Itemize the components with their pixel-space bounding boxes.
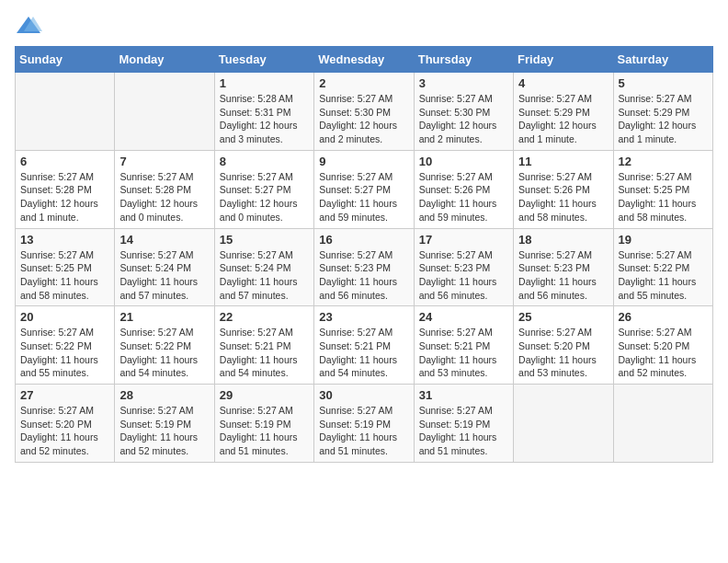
weekday-header-saturday: Saturday	[613, 47, 712, 73]
day-detail: Sunrise: 5:27 AMSunset: 5:19 PMDaylight:…	[220, 404, 309, 458]
day-detail: Sunrise: 5:27 AMSunset: 5:27 PMDaylight:…	[220, 170, 309, 224]
day-number: 28	[119, 388, 209, 402]
calendar-week-2: 6Sunrise: 5:27 AMSunset: 5:28 PMDaylight…	[16, 150, 713, 228]
calendar-cell: 28Sunrise: 5:27 AMSunset: 5:19 PMDayligh…	[115, 385, 214, 463]
calendar-cell: 10Sunrise: 5:27 AMSunset: 5:26 PMDayligh…	[414, 150, 513, 228]
day-detail: Sunrise: 5:27 AMSunset: 5:28 PMDaylight:…	[20, 170, 109, 224]
calendar-cell: 5Sunrise: 5:27 AMSunset: 5:29 PMDaylight…	[613, 73, 712, 151]
calendar-cell: 27Sunrise: 5:27 AMSunset: 5:20 PMDayligh…	[16, 385, 115, 463]
day-number: 30	[319, 388, 408, 402]
day-detail: Sunrise: 5:27 AMSunset: 5:25 PMDaylight:…	[619, 170, 708, 224]
weekday-header-sunday: Sunday	[16, 47, 115, 73]
calendar-cell: 18Sunrise: 5:27 AMSunset: 5:23 PMDayligh…	[514, 228, 613, 306]
day-detail: Sunrise: 5:27 AMSunset: 5:29 PMDaylight:…	[619, 92, 708, 146]
day-number: 13	[20, 233, 109, 247]
calendar-cell: 19Sunrise: 5:27 AMSunset: 5:22 PMDayligh…	[613, 228, 712, 306]
day-number: 4	[518, 76, 608, 90]
day-detail: Sunrise: 5:28 AMSunset: 5:31 PMDaylight:…	[220, 92, 309, 146]
calendar-week-3: 13Sunrise: 5:27 AMSunset: 5:25 PMDayligh…	[16, 228, 713, 306]
day-detail: Sunrise: 5:27 AMSunset: 5:20 PMDaylight:…	[20, 404, 109, 458]
day-detail: Sunrise: 5:27 AMSunset: 5:19 PMDaylight:…	[419, 404, 508, 458]
calendar-table: SundayMondayTuesdayWednesdayThursdayFrid…	[15, 46, 713, 463]
logo-icon	[15, 15, 42, 37]
day-number: 27	[20, 388, 109, 402]
day-number: 18	[518, 233, 608, 247]
calendar-cell: 31Sunrise: 5:27 AMSunset: 5:19 PMDayligh…	[414, 385, 513, 463]
calendar-week-1: 1Sunrise: 5:28 AMSunset: 5:31 PMDaylight…	[16, 73, 713, 151]
day-detail: Sunrise: 5:27 AMSunset: 5:30 PMDaylight:…	[319, 92, 408, 146]
day-number: 24	[419, 310, 508, 324]
day-detail: Sunrise: 5:27 AMSunset: 5:21 PMDaylight:…	[319, 326, 408, 380]
day-detail: Sunrise: 5:27 AMSunset: 5:26 PMDaylight:…	[419, 170, 508, 224]
day-detail: Sunrise: 5:27 AMSunset: 5:22 PMDaylight:…	[119, 326, 209, 380]
day-number: 31	[419, 388, 508, 402]
day-number: 16	[319, 233, 408, 247]
day-detail: Sunrise: 5:27 AMSunset: 5:19 PMDaylight:…	[319, 404, 408, 458]
day-number: 15	[220, 233, 309, 247]
calendar-cell: 30Sunrise: 5:27 AMSunset: 5:19 PMDayligh…	[314, 385, 414, 463]
day-number: 20	[20, 310, 109, 324]
day-number: 29	[220, 388, 309, 402]
calendar-cell: 12Sunrise: 5:27 AMSunset: 5:25 PMDayligh…	[613, 150, 712, 228]
calendar-cell	[16, 73, 115, 151]
calendar-cell	[514, 385, 613, 463]
calendar-cell: 22Sunrise: 5:27 AMSunset: 5:21 PMDayligh…	[214, 306, 313, 385]
calendar-cell: 9Sunrise: 5:27 AMSunset: 5:27 PMDaylight…	[314, 150, 414, 228]
calendar-cell: 8Sunrise: 5:27 AMSunset: 5:27 PMDaylight…	[214, 150, 313, 228]
day-detail: Sunrise: 5:27 AMSunset: 5:27 PMDaylight:…	[319, 170, 408, 224]
day-number: 14	[119, 233, 209, 247]
day-number: 22	[220, 310, 309, 324]
day-detail: Sunrise: 5:27 AMSunset: 5:29 PMDaylight:…	[518, 92, 608, 146]
day-detail: Sunrise: 5:27 AMSunset: 5:20 PMDaylight:…	[619, 326, 708, 380]
weekday-header-tuesday: Tuesday	[214, 47, 313, 73]
weekday-header-wednesday: Wednesday	[314, 47, 414, 73]
page-header	[15, 15, 713, 37]
calendar-cell: 24Sunrise: 5:27 AMSunset: 5:21 PMDayligh…	[414, 306, 513, 385]
day-number: 5	[619, 76, 708, 90]
day-number: 7	[119, 155, 209, 168]
day-number: 26	[619, 310, 708, 324]
weekday-header-friday: Friday	[514, 47, 613, 73]
day-detail: Sunrise: 5:27 AMSunset: 5:23 PMDaylight:…	[419, 248, 508, 303]
calendar-cell: 21Sunrise: 5:27 AMSunset: 5:22 PMDayligh…	[115, 306, 214, 385]
day-detail: Sunrise: 5:27 AMSunset: 5:25 PMDaylight:…	[20, 248, 109, 303]
day-detail: Sunrise: 5:27 AMSunset: 5:19 PMDaylight:…	[119, 404, 209, 458]
weekday-header-row: SundayMondayTuesdayWednesdayThursdayFrid…	[16, 47, 713, 73]
day-number: 1	[220, 76, 309, 90]
day-number: 21	[119, 310, 209, 324]
calendar-cell: 26Sunrise: 5:27 AMSunset: 5:20 PMDayligh…	[613, 306, 712, 385]
day-number: 9	[319, 155, 408, 168]
calendar-cell: 1Sunrise: 5:28 AMSunset: 5:31 PMDaylight…	[214, 73, 313, 151]
day-detail: Sunrise: 5:27 AMSunset: 5:30 PMDaylight:…	[419, 92, 508, 146]
calendar-cell: 29Sunrise: 5:27 AMSunset: 5:19 PMDayligh…	[214, 385, 313, 463]
calendar-cell: 11Sunrise: 5:27 AMSunset: 5:26 PMDayligh…	[514, 150, 613, 228]
day-detail: Sunrise: 5:27 AMSunset: 5:28 PMDaylight:…	[119, 170, 209, 224]
calendar-cell: 3Sunrise: 5:27 AMSunset: 5:30 PMDaylight…	[414, 73, 513, 151]
calendar-cell: 17Sunrise: 5:27 AMSunset: 5:23 PMDayligh…	[414, 228, 513, 306]
calendar-cell: 20Sunrise: 5:27 AMSunset: 5:22 PMDayligh…	[16, 306, 115, 385]
day-number: 10	[419, 155, 508, 168]
day-detail: Sunrise: 5:27 AMSunset: 5:22 PMDaylight:…	[619, 248, 708, 303]
day-detail: Sunrise: 5:27 AMSunset: 5:20 PMDaylight:…	[518, 326, 608, 380]
day-detail: Sunrise: 5:27 AMSunset: 5:23 PMDaylight:…	[518, 248, 608, 303]
day-number: 23	[319, 310, 408, 324]
day-number: 11	[518, 155, 608, 168]
day-number: 8	[220, 155, 309, 168]
calendar-cell: 16Sunrise: 5:27 AMSunset: 5:23 PMDayligh…	[314, 228, 414, 306]
day-detail: Sunrise: 5:27 AMSunset: 5:21 PMDaylight:…	[220, 326, 309, 380]
day-number: 17	[419, 233, 508, 247]
day-detail: Sunrise: 5:27 AMSunset: 5:26 PMDaylight:…	[518, 170, 608, 224]
day-number: 12	[619, 155, 708, 168]
calendar-cell: 25Sunrise: 5:27 AMSunset: 5:20 PMDayligh…	[514, 306, 613, 385]
day-number: 2	[319, 76, 408, 90]
logo	[15, 15, 46, 37]
day-detail: Sunrise: 5:27 AMSunset: 5:21 PMDaylight:…	[419, 326, 508, 380]
day-detail: Sunrise: 5:27 AMSunset: 5:24 PMDaylight:…	[119, 248, 209, 303]
calendar-cell: 2Sunrise: 5:27 AMSunset: 5:30 PMDaylight…	[314, 73, 414, 151]
day-detail: Sunrise: 5:27 AMSunset: 5:22 PMDaylight:…	[20, 326, 109, 380]
calendar-week-5: 27Sunrise: 5:27 AMSunset: 5:20 PMDayligh…	[16, 385, 713, 463]
calendar-cell: 13Sunrise: 5:27 AMSunset: 5:25 PMDayligh…	[16, 228, 115, 306]
calendar-cell: 4Sunrise: 5:27 AMSunset: 5:29 PMDaylight…	[514, 73, 613, 151]
day-number: 6	[20, 155, 109, 168]
weekday-header-monday: Monday	[115, 47, 214, 73]
